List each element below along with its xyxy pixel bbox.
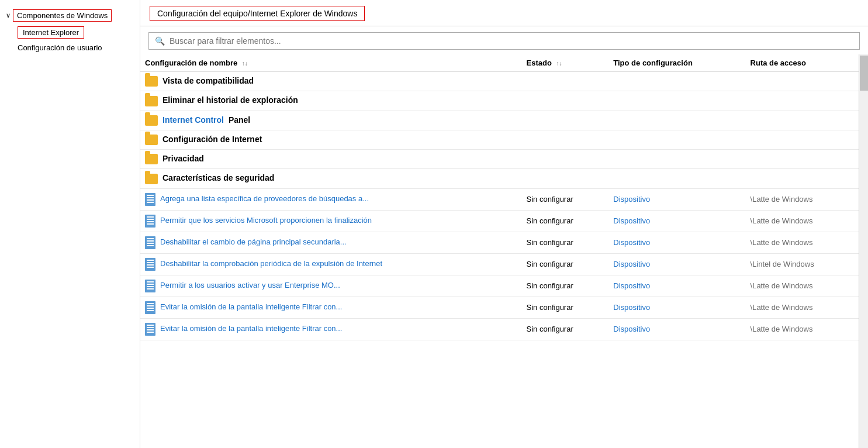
doc-config-type: Dispositivo — [608, 297, 745, 318]
scrollbar-thumb[interactable] — [860, 56, 868, 91]
folder-icon — [145, 174, 158, 184]
table-row[interactable]: Permitir a los usuarios activar y usar E… — [140, 275, 859, 297]
table-header-row: Configuración de nombre ↑↓ Estado ↑↓ Tip… — [140, 54, 859, 72]
col-header-path: Ruta de acceso — [746, 54, 859, 72]
folder-name: Vista de compatibilidad — [162, 76, 254, 85]
doc-name[interactable]: Deshabilitar el cambio de página princip… — [160, 237, 347, 246]
col-header-name[interactable]: Configuración de nombre ↑↓ — [140, 54, 522, 72]
table-row[interactable]: Evitar la omisión de la pantalla intelig… — [140, 318, 859, 340]
componentes-section: ∨ Componentes de Windows — [6, 9, 134, 22]
doc-path: \Latte de Windows — [746, 210, 859, 232]
folder-icon — [145, 115, 158, 126]
search-input[interactable] — [170, 36, 853, 46]
table-row[interactable]: Permitir que los servicios Microsoft pro… — [140, 210, 859, 232]
sidebar-item-internet-explorer[interactable]: Internet Explorer — [18, 26, 84, 39]
doc-path: \Latte de Windows — [746, 275, 859, 297]
breadcrumb: Configuración del equipo/Internet Explor… — [150, 6, 365, 21]
doc-name-part1[interactable]: Evitar la omisión de la pantalla intelig… — [160, 302, 302, 311]
doc-status: Sin configurar — [522, 210, 609, 232]
folder-icon — [145, 135, 158, 145]
doc-path: \Latte de Windows — [746, 297, 859, 318]
table-row[interactable]: Características de seguridad — [140, 169, 859, 188]
table-row[interactable]: Agrega una lista específica de proveedor… — [140, 188, 859, 210]
folder-icon — [145, 96, 158, 106]
doc-name-part2: Filtrar con... — [302, 324, 343, 333]
scrollbar-track[interactable] — [859, 54, 868, 448]
folder-name-part2: Panel — [229, 115, 250, 125]
doc-config-type: Dispositivo — [608, 318, 745, 340]
folder-name: Privacidad — [162, 154, 204, 163]
doc-status: Sin configurar — [522, 275, 609, 297]
doc-icon — [145, 280, 155, 292]
main-content: Configuración del equipo/Internet Explor… — [140, 0, 868, 448]
search-icon: 🔍 — [155, 36, 165, 46]
doc-path: \Latte de Windows — [746, 232, 859, 253]
table-row[interactable]: Privacidad — [140, 150, 859, 169]
table-row[interactable]: Deshabilitar la comprobación periódica d… — [140, 253, 859, 275]
sidebar: ∨ Componentes de Windows Internet Explor… — [0, 0, 140, 448]
doc-name-part1[interactable]: Evitar la omisión de la pantalla intelig… — [160, 324, 302, 333]
doc-name[interactable]: Permitir que los servicios Microsoft pro… — [160, 216, 372, 225]
doc-icon — [145, 215, 155, 228]
doc-name-part2: Filtrar con... — [302, 302, 343, 311]
col-header-type: Tipo de configuración — [608, 54, 745, 72]
doc-status: Sin configurar — [522, 297, 609, 318]
folder-name: Eliminar el historial de exploración — [162, 95, 298, 105]
sidebar-item-user-config[interactable]: Configuración de usuario — [18, 43, 134, 52]
folder-name: Características de seguridad — [162, 173, 274, 182]
doc-status: Sin configurar — [522, 318, 609, 340]
doc-config-type: Dispositivo — [608, 253, 745, 275]
doc-config-type: Dispositivo — [608, 188, 745, 210]
table-row[interactable]: Deshabilitar el cambio de página princip… — [140, 232, 859, 253]
search-bar[interactable]: 🔍 — [148, 32, 860, 50]
doc-icon — [145, 193, 155, 206]
policy-table: Configuración de nombre ↑↓ Estado ↑↓ Tip… — [140, 54, 859, 340]
sort-arrows-name[interactable]: ↑↓ — [242, 60, 248, 67]
doc-path: \Latte de Windows — [746, 188, 859, 210]
table-row[interactable]: Evitar la omisión de la pantalla intelig… — [140, 297, 859, 318]
folder-name-part1[interactable]: Internet Control — [162, 115, 226, 125]
folder-name: Configuración de Internet — [162, 135, 262, 144]
doc-path: \Latte de Windows — [746, 318, 859, 340]
col-header-status[interactable]: Estado ↑↓ — [522, 54, 609, 72]
doc-config-type: Dispositivo — [608, 232, 745, 253]
chevron-icon: ∨ — [6, 12, 11, 19]
doc-config-type: Dispositivo — [608, 275, 745, 297]
sidebar-item-componentes[interactable]: Componentes de Windows — [13, 9, 112, 22]
doc-name[interactable]: Permitir a los usuarios activar y usar E… — [160, 281, 340, 290]
table-row[interactable]: Internet Control Panel — [140, 111, 859, 130]
doc-icon — [145, 323, 155, 336]
table-wrapper: Configuración de nombre ↑↓ Estado ↑↓ Tip… — [140, 54, 868, 448]
doc-status: Sin configurar — [522, 253, 609, 275]
folder-icon — [145, 76, 158, 87]
doc-icon — [145, 258, 155, 271]
doc-icon — [145, 236, 155, 249]
sort-arrows-status[interactable]: ↑↓ — [556, 60, 562, 67]
table-row[interactable]: Vista de compatibilidad — [140, 72, 859, 91]
doc-config-type: Dispositivo — [608, 210, 745, 232]
folder-icon — [145, 154, 158, 164]
header-bar: Configuración del equipo/Internet Explor… — [140, 0, 868, 26]
table-row[interactable]: Eliminar el historial de exploración — [140, 91, 859, 111]
doc-path: \Lintel de Windows — [746, 253, 859, 275]
doc-name[interactable]: Deshabilitar la comprobación periódica d… — [160, 259, 382, 268]
doc-icon — [145, 301, 155, 314]
doc-status: Sin configurar — [522, 232, 609, 253]
doc-name[interactable]: Agrega una lista específica de proveedor… — [160, 194, 369, 203]
doc-status: Sin configurar — [522, 188, 609, 210]
table-row[interactable]: Configuración de Internet — [140, 130, 859, 149]
